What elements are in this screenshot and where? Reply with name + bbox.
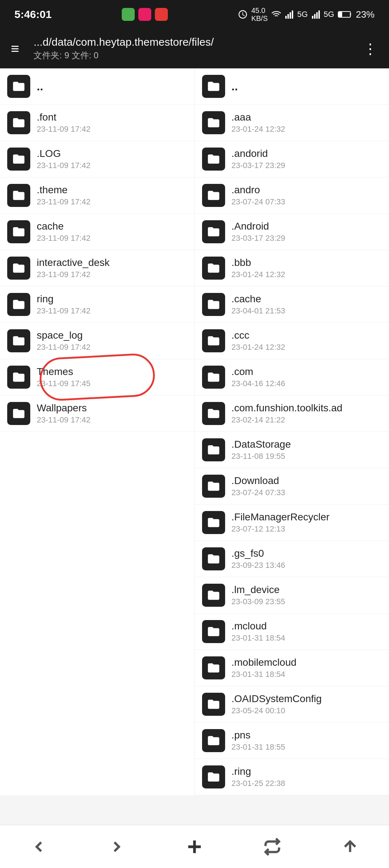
alarm-icon — [238, 9, 248, 19]
folder-icon — [202, 656, 225, 679]
file-date: 23-01-31 18:55 — [232, 742, 382, 752]
list-item[interactable]: .OAIDSystemConfig23-05-24 00:10 — [195, 686, 389, 723]
list-item[interactable]: .ccc23-01-24 12:32 — [195, 323, 389, 359]
file-date: 23-11-09 17:42 — [37, 234, 187, 243]
add-button[interactable] — [180, 832, 209, 861]
file-name: .andro — [232, 184, 382, 196]
list-item[interactable]: .LOG23-11-09 17:42 — [0, 141, 194, 177]
right-file-column: .. .aaa23-01-24 12:32 .andorid23-03-17 2… — [195, 68, 389, 795]
folder-icon — [202, 511, 225, 534]
file-date: 23-11-09 17:45 — [37, 379, 187, 388]
folder-icon — [202, 475, 225, 498]
file-date: 23-03-17 23:29 — [232, 161, 382, 170]
file-date: 23-01-25 22:38 — [232, 779, 382, 788]
file-name: .FileManagerRecycler — [232, 511, 382, 523]
list-item[interactable]: .Download23-07-24 07:33 — [195, 468, 389, 505]
svg-rect-2 — [290, 12, 291, 19]
file-date: 23-07-12 12:13 — [232, 524, 382, 534]
svg-rect-6 — [316, 12, 318, 19]
list-item[interactable]: .com23-04-16 12:46 — [195, 359, 389, 395]
list-item[interactable]: .cache23-04-01 21:53 — [195, 286, 389, 323]
file-name: ring — [37, 293, 187, 305]
file-name: .cache — [232, 293, 382, 305]
list-item[interactable]: .gs_fs023-09-23 13:46 — [195, 541, 389, 577]
file-name: Wallpapers — [37, 402, 187, 414]
folder-icon — [7, 220, 30, 243]
signal2-icon — [312, 9, 320, 19]
list-item[interactable]: .andro23-07-24 07:33 — [195, 177, 389, 214]
list-item[interactable]: .. — [195, 68, 389, 105]
list-item[interactable]: .FileManagerRecycler23-07-12 12:13 — [195, 505, 389, 541]
file-date: 23-11-09 17:42 — [37, 125, 187, 134]
list-item[interactable]: .ring23-01-25 22:38 — [195, 759, 389, 795]
list-item[interactable]: .aaa23-01-24 12:32 — [195, 105, 389, 141]
folder-icon — [202, 402, 225, 425]
list-item[interactable]: interactive_desk23-11-09 17:42 — [0, 250, 194, 286]
file-date: 23-04-16 12:46 — [232, 379, 382, 388]
file-date: 23-11-09 17:42 — [37, 197, 187, 207]
file-date: 23-11-09 17:42 — [37, 161, 187, 170]
folder-icon — [202, 148, 225, 171]
folder-icon — [7, 293, 30, 316]
file-date: 23-02-14 21:22 — [232, 415, 382, 425]
list-item[interactable]: .. — [0, 68, 194, 105]
list-item[interactable]: .theme23-11-09 17:42 — [0, 177, 194, 214]
svg-rect-5 — [314, 14, 316, 19]
list-item[interactable]: .pns23-01-31 18:55 — [195, 723, 389, 759]
file-name: .mcloud — [232, 620, 382, 632]
file-date: 23-11-09 17:42 — [37, 343, 187, 352]
menu-icon[interactable]: ≡ — [11, 41, 19, 57]
folder-icon — [7, 184, 30, 207]
back-button[interactable] — [24, 832, 53, 861]
folder-icon — [202, 329, 225, 352]
file-date: 23-01-24 12:32 — [232, 343, 382, 352]
list-item[interactable]: space_log23-11-09 17:42 — [0, 323, 194, 359]
list-item[interactable]: ring23-11-09 17:42 — [0, 286, 194, 323]
file-date: 23-11-09 17:42 — [37, 270, 187, 279]
speed-indicator: 45.0KB/S — [251, 6, 268, 22]
file-name: Themes — [37, 366, 187, 378]
folder-icon — [202, 111, 225, 134]
battery-percent: 23% — [356, 9, 375, 20]
status-bar: 5:46:01 45.0KB/S 5G 5G 23% — [0, 0, 389, 29]
file-name: .. — [232, 80, 382, 93]
list-item[interactable]: .bbb23-01-24 12:32 — [195, 250, 389, 286]
file-date: 23-11-09 17:42 — [37, 415, 187, 425]
file-name: .pns — [232, 729, 382, 741]
list-item[interactable]: .lm_device23-03-09 23:55 — [195, 577, 389, 614]
list-item[interactable]: .mcloud23-01-31 18:54 — [195, 614, 389, 650]
file-date: 23-03-09 23:55 — [232, 597, 382, 606]
path-subinfo: 文件夹: 9 文件: 0 — [33, 50, 356, 61]
folder-icon — [7, 148, 30, 171]
list-item[interactable]: Wallpapers23-11-09 17:42 — [0, 395, 194, 432]
folder-icon — [202, 438, 225, 461]
file-name: interactive_desk — [37, 257, 187, 268]
file-name: .bbb — [232, 257, 382, 268]
forward-button[interactable] — [102, 832, 131, 861]
svg-rect-1 — [287, 14, 289, 19]
file-name: .ccc — [232, 330, 382, 341]
list-item[interactable]: cache23-11-09 17:42 — [0, 214, 194, 250]
list-item[interactable]: Themes23-11-09 17:45 — [0, 359, 194, 395]
folder-icon — [202, 693, 225, 716]
swap-button[interactable] — [258, 832, 287, 861]
folder-icon — [7, 402, 30, 425]
file-name: .. — [37, 80, 187, 93]
status-right-icons: 45.0KB/S 5G 5G 23% — [238, 6, 375, 22]
file-date: 23-01-24 12:32 — [232, 125, 382, 134]
folder-icon — [202, 220, 225, 243]
list-item[interactable]: .DataStorage23-11-08 19:55 — [195, 432, 389, 468]
folder-icon — [202, 620, 225, 643]
file-date: 23-01-31 18:54 — [232, 670, 382, 679]
file-name: .mobilemcloud — [232, 657, 382, 668]
up-button[interactable] — [336, 832, 365, 861]
list-item[interactable]: .com.funshion.toolkits.ad23-02-14 21:22 — [195, 395, 389, 432]
list-item[interactable]: .font23-11-09 17:42 — [0, 105, 194, 141]
list-item[interactable]: .andorid23-03-17 23:29 — [195, 141, 389, 177]
file-name: .ring — [232, 766, 382, 777]
list-item[interactable]: .Android23-03-17 23:29 — [195, 214, 389, 250]
more-options-icon[interactable]: ⋮ — [363, 40, 378, 57]
file-list-container: .. .font23-11-09 17:42 .LOG23-11-09 17:4… — [0, 68, 389, 795]
left-file-column: .. .font23-11-09 17:42 .LOG23-11-09 17:4… — [0, 68, 195, 795]
list-item[interactable]: .mobilemcloud23-01-31 18:54 — [195, 650, 389, 686]
